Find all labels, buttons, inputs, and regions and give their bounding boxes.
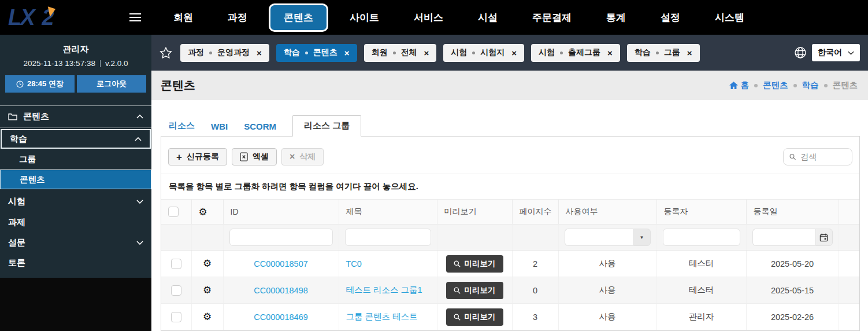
breadcrumb-current: 콘텐츠 [833, 80, 858, 91]
chevron-down-icon[interactable] [136, 200, 143, 204]
chip-close-icon[interactable]: × [511, 48, 517, 58]
chip-close-icon[interactable]: × [687, 48, 692, 58]
sidebar-section-contents[interactable]: 콘텐츠 [0, 106, 151, 128]
breadcrumb-separator-dot [793, 84, 797, 87]
row-checkbox[interactable] [171, 259, 181, 269]
chip-close-icon[interactable]: × [424, 48, 429, 58]
column-settings-gear-icon[interactable]: ⚙ [199, 207, 207, 218]
row-checkbox[interactable] [171, 312, 181, 322]
row-settings-gear-icon[interactable]: ⚙ [203, 258, 212, 269]
column-header-title[interactable]: 제목 [339, 200, 437, 225]
filter-date-input[interactable] [752, 229, 815, 246]
tab-scorm[interactable]: SCORM [236, 117, 284, 136]
table-header-row: ⚙ ID 제목 미리보기 페이지수 사용여부 등록자 등록일 [161, 200, 859, 225]
nav-item-statistics[interactable]: 통계 [589, 11, 643, 24]
column-header-preview[interactable]: 미리보기 [437, 200, 512, 225]
row-settings-gear-icon[interactable]: ⚙ [203, 285, 212, 296]
chip-close-icon[interactable]: × [257, 48, 262, 58]
chip-dot [305, 52, 308, 54]
sidebar-item-label: 그룹 [19, 154, 36, 165]
sidebar-item-label: 설문 [8, 237, 25, 248]
filter-row: ▼ [161, 225, 859, 251]
breadcrumb-link-contents[interactable]: 콘텐츠 [763, 80, 788, 91]
filter-use-dropdown-icon[interactable]: ▼ [633, 229, 651, 246]
language-select[interactable]: 한국어 [812, 44, 860, 61]
chip-close-icon[interactable]: × [344, 48, 350, 58]
nav-item-site[interactable]: 사이트 [332, 11, 396, 24]
sidebar-item-label: 학습 [10, 134, 27, 145]
chevron-up-icon[interactable] [136, 115, 143, 119]
chip-exam-paper[interactable]: 시험시험지 × [443, 44, 524, 62]
chip-exam-question-group[interactable]: 시험출제그룹 × [531, 44, 620, 62]
sidebar-item-learning[interactable]: 학습 [1, 129, 151, 149]
row-settings-gear-icon[interactable]: ⚙ [203, 311, 212, 322]
tab-wbi[interactable]: WBI [203, 117, 236, 136]
column-header-registrant[interactable]: 등록자 [656, 200, 746, 225]
filter-registrant-input[interactable] [663, 229, 740, 246]
chevron-up-icon[interactable] [135, 137, 142, 141]
column-header-id[interactable]: ID [223, 200, 339, 225]
search-input[interactable] [800, 152, 846, 161]
favorite-star-icon[interactable] [159, 47, 172, 59]
search-box[interactable] [783, 148, 852, 166]
app-logo[interactable]: LX 2 [8, 6, 83, 28]
breadcrumb-link-learning[interactable]: 학습 [802, 80, 819, 91]
row-use-status: 사용 [558, 304, 656, 330]
logout-button[interactable]: 로그아웃 [77, 75, 146, 93]
sidebar-item-survey[interactable]: 설문 [0, 233, 151, 253]
chip-close-icon[interactable]: × [607, 48, 613, 58]
filter-use-input[interactable] [565, 229, 633, 246]
preview-button[interactable]: 미리보기 [446, 308, 503, 326]
table-row: ⚙ CC000018507 TC0 미리보기 2 사용 테스터 2025-05 [161, 251, 859, 277]
nav-item-system[interactable]: 시스템 [698, 11, 762, 24]
nav-item-settings[interactable]: 설정 [643, 11, 698, 24]
sidebar-item-assignment[interactable]: 과제 [0, 212, 151, 233]
nav-item-orders-payments[interactable]: 주문결제 [515, 11, 589, 24]
sidebar-item-label: 과제 [8, 217, 25, 228]
hamburger-menu-icon[interactable] [129, 13, 141, 21]
sidebar-item-exam[interactable]: 시험 [0, 190, 151, 212]
sidebar-item-discussion[interactable]: 토론 [0, 253, 151, 273]
calendar-icon[interactable] [815, 229, 833, 246]
select-all-checkbox[interactable] [168, 207, 179, 217]
chip-course-operating[interactable]: 과정운영과정 × [180, 44, 269, 62]
row-id-link[interactable]: CC000018507 [254, 259, 308, 269]
delete-button[interactable]: × 삭제 [281, 148, 324, 166]
chip-dot [209, 52, 212, 54]
chip-learning-contents-active[interactable]: 학습콘텐츠 × [276, 44, 357, 62]
row-title-link[interactable]: 테스트 리소스 그룹1 [346, 285, 422, 295]
column-header-use[interactable]: 사용여부 [558, 200, 656, 225]
nav-item-facilities[interactable]: 시설 [461, 11, 515, 24]
nav-item-services[interactable]: 서비스 [396, 11, 461, 24]
filter-id-input[interactable] [229, 229, 333, 246]
sidebar-menu: 콘텐츠 학습 그룹 콘텐츠 시험 [0, 105, 151, 273]
row-title-link[interactable]: 그룹 콘텐츠 테스트 [346, 312, 418, 321]
column-header-pages[interactable]: 페이지수 [512, 200, 558, 225]
column-header-reg-date[interactable]: 등록일 [746, 200, 839, 225]
row-title-link[interactable]: TC0 [346, 259, 362, 269]
tab-resource[interactable]: 리소스 [161, 116, 203, 136]
chip-dot [560, 52, 563, 54]
chip-learning-group[interactable]: 학습그룹 × [627, 44, 700, 62]
clock-icon [16, 80, 24, 88]
breadcrumb-home-link[interactable]: 홈 [729, 80, 750, 91]
chip-member-all[interactable]: 회원전체 × [364, 44, 437, 62]
nav-item-members[interactable]: 회원 [156, 11, 210, 24]
tab-resource-group-active[interactable]: 리소스 그룹 [292, 115, 361, 137]
preview-button[interactable]: 미리보기 [446, 255, 503, 273]
excel-export-button[interactable]: 엑셀 [232, 148, 277, 166]
nav-item-courses[interactable]: 과정 [210, 11, 265, 24]
filter-title-input[interactable] [345, 229, 431, 246]
sidebar-item-group[interactable]: 그룹 [0, 150, 151, 170]
new-register-button[interactable]: + 신규등록 [168, 148, 227, 166]
preview-button[interactable]: 미리보기 [446, 282, 503, 299]
row-checkbox[interactable] [171, 285, 181, 296]
nav-item-contents-active[interactable]: 콘텐츠 [269, 3, 328, 32]
row-id-link[interactable]: CC000018469 [254, 312, 308, 322]
plus-icon: + [176, 152, 182, 162]
page-header: 콘텐츠 홈 콘텐츠 학습 콘텐츠 [151, 71, 868, 100]
sidebar-item-contents-selected[interactable]: 콘텐츠 [0, 170, 151, 189]
session-extend-button[interactable]: 28:45 연장 [5, 75, 75, 93]
chevron-down-icon[interactable] [136, 241, 143, 245]
row-id-link[interactable]: CC000018498 [254, 286, 308, 295]
